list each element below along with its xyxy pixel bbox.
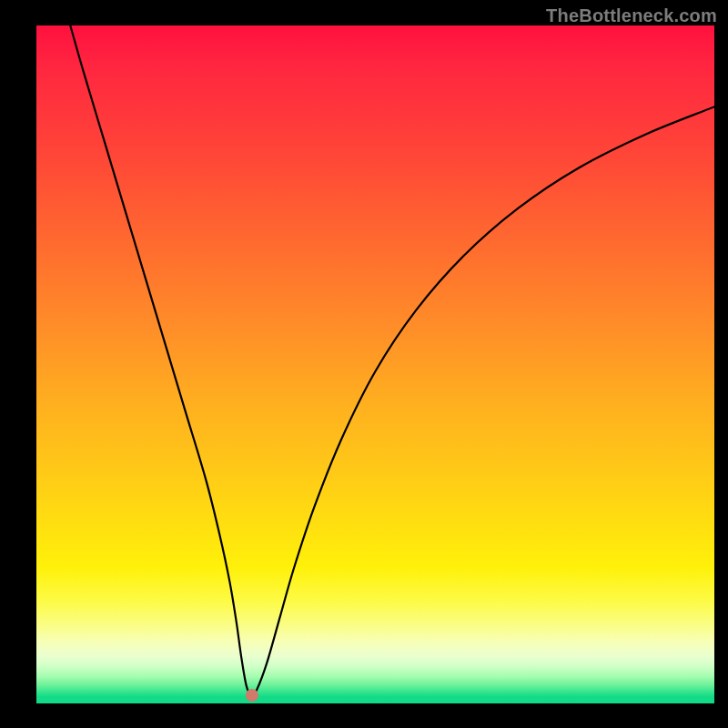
bottleneck-curve [36,25,714,703]
plot-area [36,25,714,703]
watermark-label: TheBottleneck.com [546,5,717,26]
curve-path [70,25,714,695]
minimum-marker [246,689,258,702]
chart-frame: TheBottleneck.com [0,0,728,728]
